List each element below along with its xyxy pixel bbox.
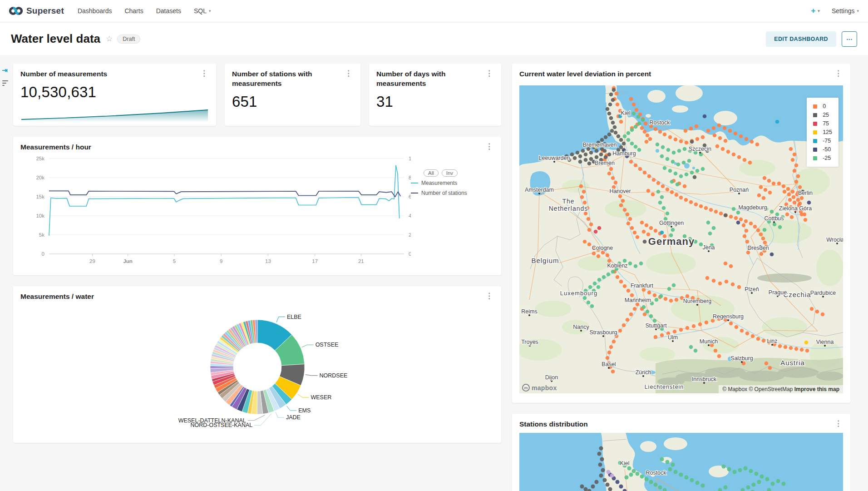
more-options-icon[interactable]: ⋮ (199, 69, 209, 77)
donut-chart[interactable]: ELBEOSTSEENORDSEEWESEREMSJADENORD-OSTSEE… (13, 303, 501, 438)
city-label: Mannheim (625, 297, 651, 303)
station-dot (773, 223, 777, 227)
station-dot (583, 240, 587, 244)
legend-entry[interactable]: Measurements (411, 180, 497, 186)
chevron-down-icon: ▾ (857, 9, 859, 13)
legend-value: 0 (823, 103, 826, 109)
city-label: Kiel (621, 110, 631, 116)
more-options-icon[interactable]: ⋮ (833, 69, 843, 77)
more-options-icon[interactable]: ⋮ (484, 69, 494, 77)
station-dot (684, 198, 688, 202)
mapbox-logo[interactable]: m mapbox (522, 384, 557, 392)
station-dot (733, 470, 737, 474)
mapbox-icon: m (522, 384, 530, 392)
station-dot (770, 253, 774, 257)
nav-charts[interactable]: Charts (124, 7, 143, 15)
deviation-map[interactable]: TheNetherlandsBelgiumGermanyLuxembourgCz… (519, 85, 843, 393)
more-options-icon[interactable]: ⋮ (344, 69, 353, 77)
station-dot (604, 135, 608, 139)
slice-label: ELBE (287, 313, 301, 320)
station-dot (597, 452, 602, 456)
station-dot (643, 171, 647, 175)
station-dot (666, 188, 670, 192)
station-dot (764, 188, 768, 192)
station-dot (618, 329, 622, 333)
station-dot (800, 348, 804, 352)
line-chart[interactable]: 005k20010k40015k60020k80025k1k29Jun59131… (16, 154, 411, 268)
station-dot (655, 298, 659, 302)
station-dot (725, 280, 729, 284)
station-dot (659, 294, 663, 298)
nav-datasets[interactable]: Datasets (156, 7, 181, 15)
station-dot (573, 156, 577, 160)
station-dot (652, 178, 656, 182)
slice-label: WESER (311, 394, 331, 401)
station-dot (800, 196, 804, 200)
station-dot (632, 112, 636, 116)
station-dot (701, 135, 705, 139)
station-dot (584, 153, 588, 157)
station-dot (729, 264, 733, 268)
nav-dashboards[interactable]: Dashboards (78, 7, 112, 15)
station-dot (637, 148, 641, 152)
station-dot (587, 228, 592, 232)
station-dot (694, 203, 698, 207)
filter-icon[interactable] (2, 80, 8, 87)
legend-inv-button[interactable]: Inv (442, 169, 458, 177)
stations-map[interactable]: KielRostockBremerhaven (519, 433, 843, 491)
card-title: Stations distribution (519, 420, 588, 429)
station-dot (783, 190, 787, 194)
nav-sql[interactable]: SQL▾ (194, 7, 211, 15)
legend-line-marker (411, 193, 418, 193)
station-dot (609, 116, 613, 120)
card-title: Number of stations with measurements (232, 69, 332, 89)
station-dot (597, 285, 601, 289)
station-dot (645, 140, 649, 144)
more-options-icon[interactable]: ⋮ (833, 420, 843, 427)
line-chart-body: 005k20010k40015k60020k80025k1k29Jun59131… (13, 154, 501, 268)
station-dot (729, 215, 733, 219)
station-dot (713, 134, 717, 138)
station-dot (666, 157, 670, 161)
series-number-of-stations (49, 191, 400, 197)
city-label: Zürich (636, 369, 651, 376)
edit-dashboard-button[interactable]: EDIT DASHBOARD (766, 31, 836, 47)
legend-value: -50 (823, 146, 831, 153)
station-dot (611, 176, 615, 180)
station-dot (648, 137, 652, 141)
station-dot (742, 223, 746, 228)
settings-menu[interactable]: Settings▾ (832, 7, 859, 15)
superset-logo[interactable]: Superset (9, 6, 64, 16)
card-number-of-stations: Number of stations with measurements ⋮ 6… (225, 64, 360, 126)
city-label: Prague (769, 289, 787, 296)
big-number-value: 31 (369, 90, 501, 110)
map-attribution: © Mapbox © OpenStreetMap Improve this ma… (719, 385, 843, 393)
dashboard-more-button[interactable]: ⋯ (842, 31, 857, 47)
station-dot (695, 137, 700, 141)
legend-all-button[interactable]: All (424, 169, 439, 177)
station-dot (676, 163, 681, 167)
station-dot (679, 196, 683, 200)
expand-filter-bar-icon[interactable]: ⇥ (2, 66, 8, 74)
card-measurements-per-water: Measurements / water ⋮ ELBEOSTSEENORDSEE… (13, 286, 501, 443)
legend-entry[interactable]: Number of stations (411, 190, 497, 196)
more-options-icon[interactable]: ⋮ (484, 143, 494, 150)
city-label: Kiel (620, 460, 630, 466)
station-dot (767, 179, 771, 183)
station-dot (778, 225, 782, 229)
more-options-icon[interactable]: ⋮ (484, 292, 494, 300)
map-legend-row: 25 (813, 112, 832, 118)
station-dot (643, 130, 647, 134)
station-dot (636, 472, 640, 476)
improve-map-link[interactable]: Improve this map (794, 386, 839, 392)
map-legend-row: -25 (813, 155, 832, 161)
add-new-button[interactable]: +▾ (811, 6, 819, 15)
city-label: Salzburg (730, 355, 753, 362)
slice-label: NORDSEE (320, 372, 348, 379)
y-axis-left-tick: 5k (39, 232, 44, 238)
y-axis-left-tick: 0 (42, 251, 44, 257)
favorite-star-icon[interactable]: ☆ (106, 34, 113, 44)
station-dot (658, 130, 662, 134)
station-dot (694, 349, 698, 353)
station-dot (807, 201, 811, 205)
